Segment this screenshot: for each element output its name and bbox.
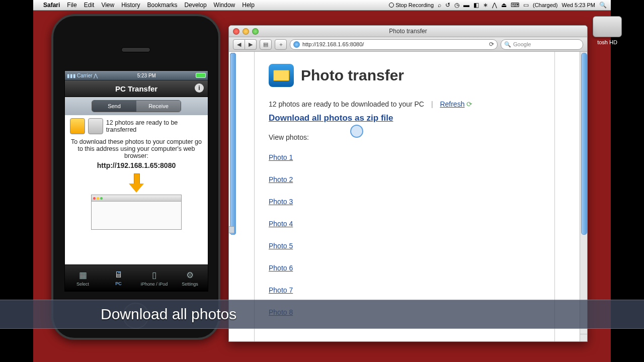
iphone-tabbar: ▦Select 🖥PC ▯iPhone / iPod ⚙Settings [65,264,208,291]
page-title: Photo transfer [301,67,404,84]
photo-link[interactable]: Photo 7 [269,286,293,294]
view-mode-button[interactable]: ▤ [260,39,272,50]
browser-illustration [91,195,182,230]
refresh-link[interactable]: Refresh [440,100,464,108]
menu-develop[interactable]: Develop [185,2,207,9]
input-icon[interactable]: ⌨ [511,2,519,9]
ready-status-text: 12 photos are ready to be downloaded to … [269,100,424,108]
menu-history[interactable]: History [121,2,140,9]
zoom-window-button[interactable] [252,28,259,35]
speaker-icon [121,47,150,52]
iphone-screen: ▮▮▮Carrier ⋀ 5:23 PM PC Transfer i Send … [64,70,208,292]
forward-button[interactable]: ▶ [245,39,257,50]
photo-link[interactable]: Photo 6 [269,264,293,272]
iphone-device: ▮▮▮Carrier ⋀ 5:23 PM PC Transfer i Send … [51,14,220,340]
photo-list-item: Photo 3 [269,191,540,213]
desktop-hd-icon[interactable]: tosh HD [585,16,630,45]
search-icon: 🔍 [504,41,511,48]
monitor-icon: 🖥 [114,270,123,280]
video-caption: Download all photos [0,300,644,329]
photo-link[interactable]: Photo 4 [269,220,293,228]
vertical-scrollbar[interactable] [580,52,587,334]
segment-send[interactable]: Send [92,101,136,112]
spotlight-icon[interactable]: ⌕ [438,2,441,9]
window-titlebar[interactable]: Photo transfer [229,26,587,37]
separator: | [431,100,433,108]
transfer-url: http://192.168.1.65:8080 [70,161,203,169]
app-logo-icon [269,64,294,87]
iphone-statusbar: ▮▮▮Carrier ⋀ 5:23 PM [65,71,208,80]
instruction-text: To download these photos to your compute… [70,138,203,159]
menu-help[interactable]: Help [242,2,255,9]
nav-title: PC Transfer [115,84,157,93]
photo-list-item: Photo 6 [269,257,540,279]
iphone-navbar: PC Transfer i [65,80,208,97]
minimize-window-button[interactable] [243,28,249,35]
menu-edit[interactable]: Edit [84,2,95,9]
battery-icon [196,73,206,78]
photo-link[interactable]: Photo 3 [269,198,293,206]
safari-window: Photo transfer ◀ ▶ ▤ ＋ http://192.168.1.… [228,25,588,342]
reload-button[interactable]: ⟳ [489,41,494,48]
search-placeholder: Google [513,41,531,47]
search-field[interactable]: 🔍 Google [501,39,583,50]
timemachine-icon[interactable]: ◷ [454,2,459,9]
spotlight-search-icon[interactable]: 🔍 [599,2,607,9]
menu-window[interactable]: Window [214,2,235,9]
site-icon [293,41,300,48]
grid-icon: ▦ [79,270,87,281]
phone-photo-icon [70,118,85,134]
menu-bookmarks[interactable]: Bookmarks [147,2,178,9]
app-menu[interactable]: Safari [43,2,60,9]
window-title: Photo transfer [389,28,427,35]
refresh-icon: ⟳ [466,100,472,108]
menubar-clock[interactable]: Wed 5:23 PM [562,2,595,8]
photo-list-item: Photo 4 [269,213,540,235]
add-bookmark-button[interactable]: ＋ [275,39,287,50]
computer-icon [88,118,103,134]
sync-icon[interactable]: ↺ [445,2,450,9]
battery-icon[interactable]: ▭ [523,2,529,9]
safari-toolbar: ◀ ▶ ▤ ＋ http://192.168.1.65:8080/ ⟳ 🔍 Go… [229,37,587,52]
photo-link[interactable]: Photo 5 [269,242,293,250]
segment-receive[interactable]: Receive [136,101,181,112]
tab-iphone[interactable]: ▯iPhone / iPod [136,265,172,291]
phone-icon: ▯ [152,270,156,281]
segmented-control: Send Receive [65,97,208,115]
photo-list-item: Photo 5 [269,235,540,257]
photo-list-item: Photo 1 [269,146,540,168]
close-window-button[interactable] [233,28,239,35]
transfer-ready-text: 12 photos are ready to be transferred [106,119,203,133]
browser-viewport: Photo transfer 12 photos are ready to be… [229,52,580,341]
arrow-down-icon [129,173,144,194]
scrollbar-thumb[interactable] [581,53,587,235]
drive-icon [593,16,622,37]
photo-link[interactable]: Photo 2 [269,175,293,184]
photo-thumb-icon [230,53,236,235]
back-button[interactable]: ◀ [233,39,245,50]
battery-status: (Charged) [533,2,558,8]
resize-corner[interactable] [580,334,587,341]
photo-list-item: Photo 2 [269,168,540,191]
tab-select[interactable]: ▦Select [65,265,101,291]
photo-link[interactable]: Photo 1 [269,153,293,161]
eject-icon[interactable]: ⏏ [501,2,507,9]
tab-settings[interactable]: ⚙Settings [172,265,208,291]
info-button[interactable]: i [195,83,204,93]
menu-file[interactable]: File [67,2,76,9]
address-text: http://192.168.1.65:8080/ [302,41,364,47]
bluetooth-icon[interactable]: ∗ [483,2,488,9]
displays-icon[interactable]: ▬ [463,2,469,9]
stop-recording-button[interactable]: Stop Recording [389,2,434,8]
download-all-link[interactable]: Download all photos as zip file [269,113,393,123]
iphone-clock: 5:23 PM [137,73,156,78]
wifi-icon[interactable]: ⋀ [492,2,497,9]
hd-label: tosh HD [585,39,630,45]
address-bar[interactable]: http://192.168.1.65:8080/ ⟳ [290,39,498,50]
menu-view[interactable]: View [101,2,114,9]
tab-pc[interactable]: 🖥PC [101,265,136,291]
menuextra-icon[interactable]: ◧ [473,2,479,9]
gear-icon: ⚙ [186,270,194,281]
signal-icon: ▮▮▮Carrier ⋀ [67,73,98,78]
photo-list-item: Photo 7 [269,279,540,301]
